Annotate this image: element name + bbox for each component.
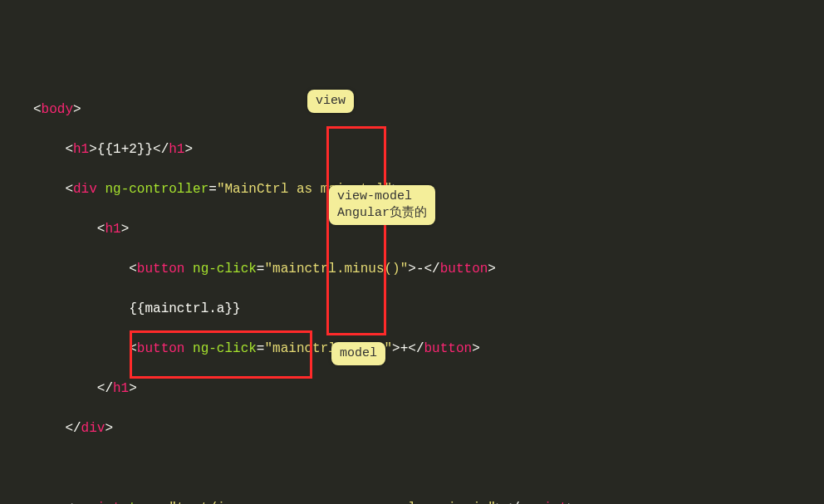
val-textjs1: "text/javascr xyxy=(169,501,272,504)
tag-script1-close: script xyxy=(520,501,568,504)
annotation-model: model xyxy=(331,342,385,365)
expr-mainctrl-a: {{mainctrl.a}} xyxy=(129,301,240,316)
annotation-viewmodel: view-model Angular负责的 xyxy=(329,185,435,225)
tag-h1-close: h1 xyxy=(169,142,184,157)
tag-script1: script xyxy=(73,501,121,504)
tag-h1-open: h1 xyxy=(73,142,89,157)
tag-button-minus-close: button xyxy=(440,262,488,276)
tag-button-plus-close: button xyxy=(424,341,473,356)
annotation-view-text: view xyxy=(316,94,346,108)
tag-div: div xyxy=(73,182,97,197)
attr-ngcontroller: ng-controller xyxy=(105,182,208,197)
text-plus: + xyxy=(400,341,409,356)
tag-button-plus: button xyxy=(137,341,185,356)
tag-div-close: div xyxy=(81,421,105,436)
tag-button-minus: button xyxy=(137,262,185,276)
attr-ngclick-add: ng-click xyxy=(193,341,257,356)
annotation-model-text: model xyxy=(340,346,377,360)
text-minus: - xyxy=(416,262,424,276)
annotation-viewmodel-line2: Angular负责的 xyxy=(337,206,427,220)
val-minus: "mainctrl.minus()" xyxy=(264,262,408,276)
code-editor[interactable]: <body> <h1>{{1+2}}</h1> <div ng-controll… xyxy=(0,80,824,504)
expr-1plus2: {{1+2}} xyxy=(97,142,153,157)
attr-type1: type xyxy=(129,501,160,504)
bracket-scr: ></ xyxy=(496,501,520,504)
tag-h1-inner-close: h1 xyxy=(113,381,129,396)
annotation-viewmodel-line1: view-model xyxy=(337,189,412,203)
annotation-view: view xyxy=(307,90,354,113)
tag-body: body xyxy=(42,102,73,117)
val-srctail: lar.min.js" xyxy=(408,501,496,504)
attr-ngclick-minus: ng-click xyxy=(193,262,257,276)
tag-h1-inner-open: h1 xyxy=(105,222,120,237)
